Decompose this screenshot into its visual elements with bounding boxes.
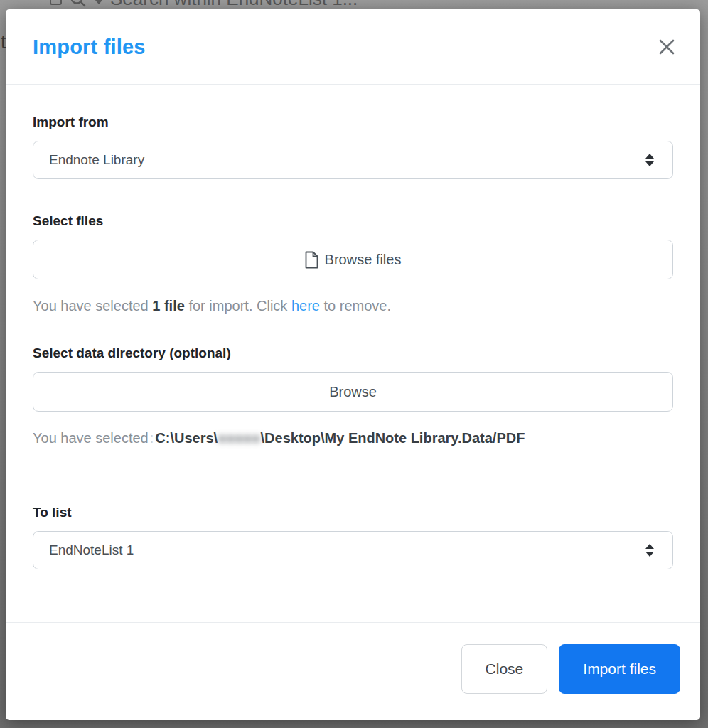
chevron-down-icon xyxy=(95,0,103,4)
remove-files-link[interactable]: here xyxy=(291,298,320,314)
import-files-modal: Import files Import from Endnote Library… xyxy=(6,9,700,720)
data-directory-section: Select data directory (optional) Browse … xyxy=(33,346,673,448)
browse-files-button[interactable]: Browse files xyxy=(33,240,673,279)
browse-directory-button-label: Browse xyxy=(329,384,377,400)
modal-header: Import files xyxy=(6,9,700,85)
browse-files-button-label: Browse files xyxy=(325,252,402,268)
selected-file-count: 1 file xyxy=(152,298,185,314)
modal-footer: Close Import files xyxy=(6,622,700,715)
select-files-label: Select files xyxy=(33,213,673,229)
selected-directory-status: You have selected:C:\Users\●●●●●\Desktop… xyxy=(33,429,673,448)
selected-files-status: You have selected 1 file for import. Cli… xyxy=(33,296,673,316)
to-list-label: To list xyxy=(33,505,673,520)
select-all-checkbox xyxy=(50,0,62,5)
select-arrows-icon xyxy=(645,544,654,557)
import-from-selected-value: Endnote Library xyxy=(49,152,645,168)
close-button[interactable]: Close xyxy=(461,644,548,694)
to-list-selected-value: EndNoteList 1 xyxy=(49,542,645,558)
background-search-bar: Search within EndNoteList 1... xyxy=(50,0,358,10)
import-from-section: Import from Endnote Library xyxy=(33,114,673,179)
directory-path: C:\Users\●●●●●\Desktop\My EndNote Librar… xyxy=(155,430,525,446)
modal-title: Import files xyxy=(33,36,146,59)
path-redacted-username: ●●●●● xyxy=(218,430,260,446)
browse-directory-button[interactable]: Browse xyxy=(33,372,673,412)
select-files-section: Select files Browse files You have selec… xyxy=(33,213,673,316)
select-arrows-icon xyxy=(645,154,654,166)
background-search-text: Search within EndNoteList 1... xyxy=(110,0,358,10)
modal-body: Import from Endnote Library Select files… xyxy=(6,85,700,569)
import-from-label: Import from xyxy=(33,114,673,130)
file-icon xyxy=(305,251,318,269)
to-list-select[interactable]: EndNoteList 1 xyxy=(33,531,673,569)
import-from-select[interactable]: Endnote Library xyxy=(33,141,673,179)
close-icon[interactable] xyxy=(653,33,680,60)
separator: : xyxy=(149,430,156,446)
search-icon xyxy=(69,0,87,9)
to-list-section: To list EndNoteList 1 xyxy=(33,505,673,569)
data-directory-label: Select data directory (optional) xyxy=(33,346,673,361)
import-files-button[interactable]: Import files xyxy=(559,644,680,694)
